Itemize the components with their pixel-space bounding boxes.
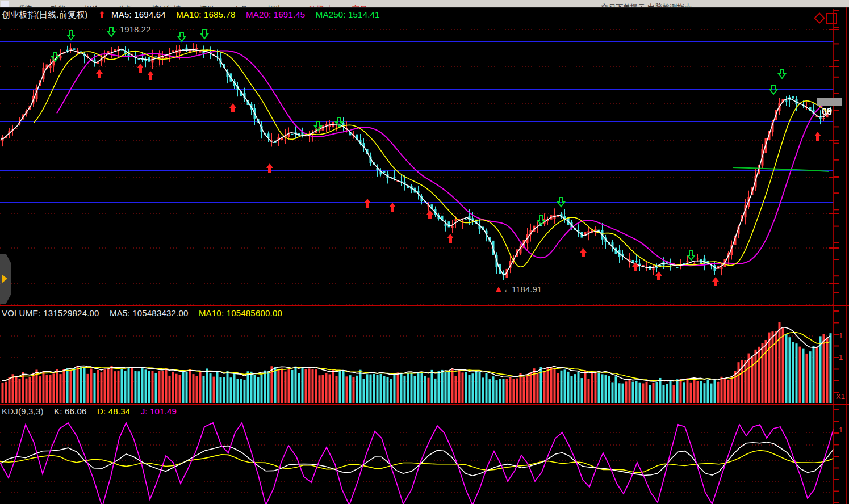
kdj-title[interactable]: KDJ(9,3,3)	[2, 406, 46, 416]
sell-arrow-icon	[201, 30, 208, 39]
diamond-icon[interactable]	[815, 14, 825, 23]
sell-arrow-icon	[779, 69, 785, 78]
buy-arrow-icon	[655, 271, 662, 280]
buy-arrow-icon	[266, 163, 273, 173]
sell-arrow-icon	[178, 32, 185, 41]
window-icon[interactable]	[827, 14, 837, 23]
gridlines	[0, 30, 830, 492]
ma-lines	[1, 49, 830, 275]
ma10-label: MA10: 1685.78	[176, 10, 235, 19]
buy-arrow-icon	[426, 210, 433, 219]
volume-ma5: MA5: 105483432.00	[110, 308, 189, 318]
ma5-label: MA5: 1694.64	[111, 10, 166, 19]
volume-axis-unit: X1	[836, 392, 845, 401]
buy-arrow-icon	[814, 132, 821, 141]
volume-value: VOLUME: 131529824.00	[2, 308, 99, 318]
ma250-label: MA250: 1514.41	[316, 10, 380, 19]
volume-axis-label-2: 1	[839, 353, 843, 362]
volume-ma10: MA10: 105485600.00	[199, 308, 282, 318]
volume-axis-label-1: 1	[839, 331, 843, 340]
sell-arrow-icon	[68, 31, 74, 40]
current-price-tag: 69	[822, 107, 832, 117]
volume-header: VOLUME: 131529824.00 MA5: 105483432.00 M…	[2, 308, 290, 318]
kdj-header: KDJ(9,3,3) K: 66.06 D: 48.34 J: 101.49	[2, 406, 185, 416]
main-chart-header: 创业板指(日线.前复权) ⬆ MA5: 1694.64 MA10: 1685.7…	[2, 10, 388, 20]
kdj-axis-label: 1	[839, 426, 843, 434]
volume-bars	[2, 322, 832, 403]
buy-arrow-icon	[229, 103, 236, 112]
low-point-icon	[496, 287, 501, 292]
kdj-k: K: 66.06	[54, 406, 87, 416]
trend-up-icon: ⬆	[98, 10, 106, 19]
chart-canvas[interactable]	[0, 0, 849, 504]
kdj-d: D: 48.34	[97, 406, 130, 416]
sidebar-flyout-handle[interactable]	[0, 254, 11, 304]
price-tag-box	[817, 98, 842, 106]
symbol-title[interactable]: 创业板指(日线.前复权)	[2, 10, 88, 19]
buy-arrow-icon	[364, 199, 371, 208]
sell-arrow-icon	[688, 251, 695, 260]
sell-arrow-icon	[108, 27, 115, 36]
candles	[2, 43, 832, 283]
buy-arrow-icon	[447, 234, 454, 243]
axes-borders	[0, 7, 849, 504]
buy-arrow-icon	[712, 277, 719, 286]
high-price-label: 1918.22	[120, 24, 150, 34]
buy-arrow-icon	[580, 248, 587, 257]
signal-markers	[52, 27, 821, 292]
buy-arrow-icon	[147, 71, 154, 80]
buy-arrow-icon	[389, 203, 396, 212]
expand-arrow-icon	[2, 274, 7, 283]
buy-arrow-icon	[96, 69, 103, 78]
level-lines	[0, 41, 834, 203]
kdj-j: J: 101.49	[141, 406, 177, 416]
volume-ma-lines	[2, 327, 830, 381]
ma20-label: MA20: 1691.45	[246, 10, 305, 19]
trading-app-window: { "menu_bar": { "items": ["系统","功能","报价"…	[0, 0, 849, 504]
buy-arrow-icon	[137, 64, 144, 73]
low-price-label: ←1184.91	[503, 284, 542, 294]
corner-icons	[815, 14, 837, 23]
